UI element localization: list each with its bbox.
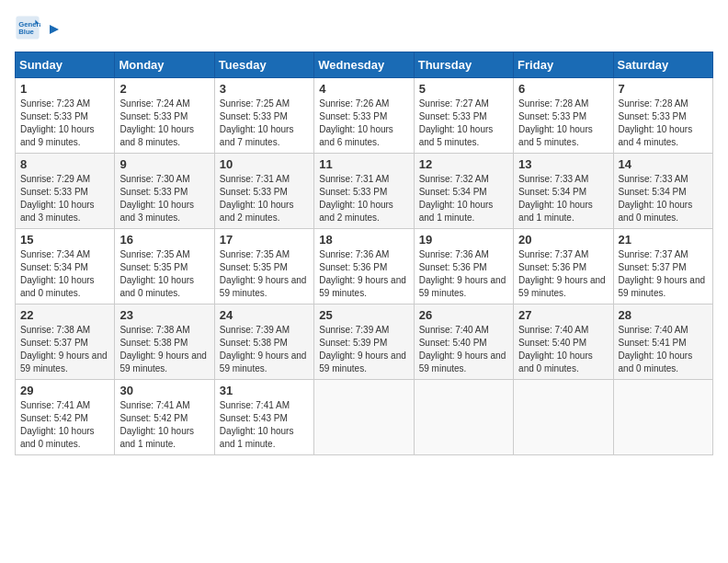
sunset-label: Sunset: bbox=[20, 111, 54, 121]
day-number: 28 bbox=[619, 308, 708, 322]
sunset-time: 5:33 PM bbox=[154, 187, 188, 197]
cell-content: Sunrise: 7:32 AMSunset: 5:34 PMDaylight:… bbox=[419, 173, 508, 224]
sunrise-time: 7:35 AM bbox=[156, 249, 190, 259]
col-header-sunday: Sunday bbox=[16, 52, 115, 78]
calendar-cell: 27Sunrise: 7:40 AMSunset: 5:40 PMDayligh… bbox=[514, 304, 613, 380]
calendar-cell: 19Sunrise: 7:36 AMSunset: 5:36 PMDayligh… bbox=[414, 229, 513, 304]
sunset-time: 5:36 PM bbox=[552, 262, 586, 272]
sunset-time: 5:34 PM bbox=[452, 187, 486, 197]
sunset-time: 5:33 PM bbox=[54, 111, 88, 121]
calendar-header-row: SundayMondayTuesdayWednesdayThursdayFrid… bbox=[16, 52, 713, 78]
daylight-label: Daylight: 10 hours and 0 minutes. bbox=[20, 426, 95, 449]
sunrise-time: 7:40 AM bbox=[555, 325, 589, 335]
sunset-time: 5:34 PM bbox=[652, 187, 686, 197]
sunrise-label: Sunrise: bbox=[20, 325, 56, 335]
sunrise-label: Sunrise: bbox=[619, 174, 654, 184]
sunrise-time: 7:41 AM bbox=[56, 400, 90, 410]
cell-content: Sunrise: 7:31 AMSunset: 5:33 PMDaylight:… bbox=[220, 173, 309, 224]
sunrise-time: 7:40 AM bbox=[455, 325, 489, 335]
sunset-time: 5:42 PM bbox=[154, 413, 188, 423]
sunrise-label: Sunrise: bbox=[619, 325, 654, 335]
calendar-week-row: 8Sunrise: 7:29 AMSunset: 5:33 PMDaylight… bbox=[16, 154, 713, 229]
day-number: 19 bbox=[419, 233, 508, 247]
svg-text:General: General bbox=[18, 20, 40, 29]
calendar-cell: 31Sunrise: 7:41 AMSunset: 5:43 PMDayligh… bbox=[214, 380, 313, 455]
sunrise-time: 7:39 AM bbox=[256, 325, 290, 335]
sunrise-label: Sunrise: bbox=[119, 400, 155, 410]
sunset-time: 5:35 PM bbox=[154, 262, 188, 272]
day-number: 25 bbox=[319, 308, 408, 322]
daylight-label: Daylight: 10 hours and 7 minutes. bbox=[220, 124, 294, 147]
calendar-cell: 8Sunrise: 7:29 AMSunset: 5:33 PMDaylight… bbox=[16, 154, 115, 229]
cell-content: Sunrise: 7:37 AMSunset: 5:36 PMDaylight:… bbox=[518, 248, 608, 300]
calendar-week-row: 29Sunrise: 7:41 AMSunset: 5:42 PMDayligh… bbox=[16, 380, 713, 455]
sunrise-label: Sunrise: bbox=[518, 98, 554, 109]
cell-content: Sunrise: 7:40 AMSunset: 5:40 PMDaylight:… bbox=[419, 324, 508, 375]
daylight-label: Daylight: 10 hours and 0 minutes. bbox=[619, 200, 693, 223]
sunrise-time: 7:29 AM bbox=[56, 174, 90, 184]
calendar-cell: 22Sunrise: 7:38 AMSunset: 5:37 PMDayligh… bbox=[16, 304, 115, 380]
calendar-cell: 20Sunrise: 7:37 AMSunset: 5:36 PMDayligh… bbox=[514, 229, 613, 304]
sunset-label: Sunset: bbox=[319, 111, 353, 121]
cell-content: Sunrise: 7:26 AMSunset: 5:33 PMDaylight:… bbox=[319, 98, 408, 149]
sunset-time: 5:34 PM bbox=[54, 262, 88, 272]
sunrise-time: 7:33 AM bbox=[654, 174, 688, 184]
day-number: 13 bbox=[518, 157, 608, 171]
sunset-label: Sunset: bbox=[119, 111, 154, 121]
logo-arrow-icon bbox=[46, 21, 63, 38]
daylight-label: Daylight: 9 hours and 59 minutes. bbox=[220, 350, 307, 373]
daylight-label: Daylight: 10 hours and 1 minute. bbox=[419, 200, 494, 223]
sunset-time: 5:33 PM bbox=[353, 187, 387, 197]
sunrise-time: 7:38 AM bbox=[156, 325, 190, 335]
sunset-time: 5:33 PM bbox=[254, 111, 288, 121]
cell-content: Sunrise: 7:41 AMSunset: 5:43 PMDaylight:… bbox=[220, 399, 309, 451]
sunrise-time: 7:27 AM bbox=[455, 98, 489, 109]
sunrise-time: 7:35 AM bbox=[256, 249, 290, 259]
day-number: 15 bbox=[20, 233, 109, 247]
daylight-label: Daylight: 10 hours and 3 minutes. bbox=[20, 200, 95, 223]
daylight-label: Daylight: 10 hours and 1 minute. bbox=[220, 426, 294, 449]
sunrise-time: 7:41 AM bbox=[156, 400, 190, 410]
sunset-time: 5:41 PM bbox=[652, 338, 686, 348]
daylight-label: Daylight: 10 hours and 3 minutes. bbox=[119, 200, 194, 223]
sunset-label: Sunset: bbox=[319, 262, 353, 272]
sunrise-label: Sunrise: bbox=[518, 174, 554, 184]
sunset-time: 5:33 PM bbox=[552, 111, 586, 121]
sunrise-time: 7:31 AM bbox=[256, 174, 290, 184]
sunrise-time: 7:25 AM bbox=[256, 98, 290, 109]
sunrise-time: 7:37 AM bbox=[555, 249, 589, 259]
calendar-cell: 16Sunrise: 7:35 AMSunset: 5:35 PMDayligh… bbox=[115, 229, 214, 304]
sunrise-time: 7:30 AM bbox=[156, 174, 190, 184]
day-number: 14 bbox=[619, 157, 708, 171]
cell-content: Sunrise: 7:38 AMSunset: 5:37 PMDaylight:… bbox=[20, 324, 109, 375]
sunrise-label: Sunrise: bbox=[220, 174, 256, 184]
sunset-label: Sunset: bbox=[419, 262, 453, 272]
sunrise-time: 7:32 AM bbox=[455, 174, 489, 184]
col-header-monday: Monday bbox=[115, 52, 214, 78]
day-number: 30 bbox=[119, 384, 209, 397]
col-header-tuesday: Tuesday bbox=[214, 52, 313, 78]
day-number: 12 bbox=[419, 157, 508, 171]
cell-content: Sunrise: 7:23 AMSunset: 5:33 PMDaylight:… bbox=[20, 98, 109, 149]
cell-content: Sunrise: 7:36 AMSunset: 5:36 PMDaylight:… bbox=[419, 248, 508, 300]
sunset-time: 5:33 PM bbox=[254, 187, 288, 197]
day-number: 21 bbox=[619, 233, 708, 247]
sunset-time: 5:38 PM bbox=[254, 338, 288, 348]
sunrise-label: Sunrise: bbox=[619, 98, 654, 109]
sunset-label: Sunset: bbox=[619, 338, 653, 348]
cell-content: Sunrise: 7:35 AMSunset: 5:35 PMDaylight:… bbox=[119, 248, 209, 300]
cell-content: Sunrise: 7:40 AMSunset: 5:40 PMDaylight:… bbox=[518, 324, 608, 375]
cell-content: Sunrise: 7:33 AMSunset: 5:34 PMDaylight:… bbox=[619, 173, 708, 224]
sunset-label: Sunset: bbox=[20, 338, 54, 348]
sunset-time: 5:34 PM bbox=[552, 187, 586, 197]
calendar-cell: 24Sunrise: 7:39 AMSunset: 5:38 PMDayligh… bbox=[214, 304, 313, 380]
sunset-label: Sunset: bbox=[619, 111, 653, 121]
svg-marker-4 bbox=[50, 25, 59, 34]
col-header-friday: Friday bbox=[514, 52, 613, 78]
cell-content: Sunrise: 7:37 AMSunset: 5:37 PMDaylight:… bbox=[619, 248, 708, 300]
day-number: 31 bbox=[220, 384, 309, 397]
calendar-cell: 28Sunrise: 7:40 AMSunset: 5:41 PMDayligh… bbox=[613, 304, 712, 380]
calendar-cell: 12Sunrise: 7:32 AMSunset: 5:34 PMDayligh… bbox=[414, 154, 513, 229]
logo-icon: General Blue bbox=[15, 15, 40, 40]
cell-content: Sunrise: 7:30 AMSunset: 5:33 PMDaylight:… bbox=[119, 173, 209, 224]
